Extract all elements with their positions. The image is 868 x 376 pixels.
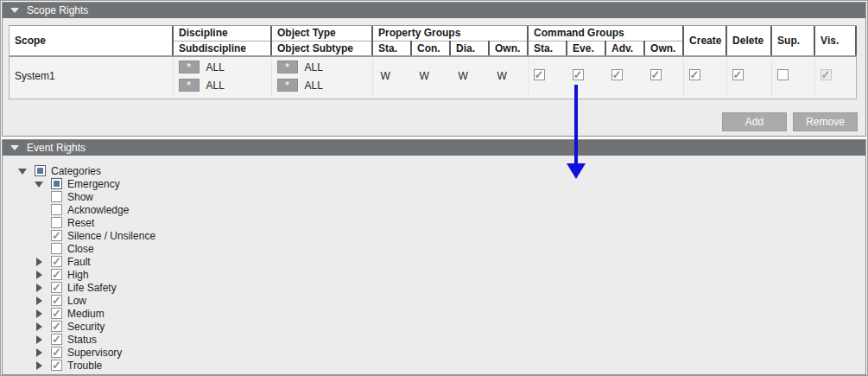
col-header-cg-eve: Eve. — [567, 41, 605, 56]
object-type-value: ALL — [305, 61, 323, 73]
cg-adv-cell — [605, 56, 644, 96]
col-header-delete: Delete — [726, 26, 771, 56]
tree-item-supervisory[interactable]: Supervisory — [3, 346, 865, 359]
checkbox-unchecked[interactable] — [51, 243, 62, 254]
wildcard-button[interactable]: * — [277, 79, 298, 92]
checkbox-unchecked[interactable] — [51, 217, 62, 228]
tree-item-status[interactable]: Status — [3, 333, 865, 346]
tree-item-low[interactable]: Low — [3, 294, 865, 307]
checkbox-checked[interactable] — [51, 321, 62, 332]
expander-collapsed-icon[interactable] — [35, 258, 45, 266]
col-header-pg-con: Con. — [411, 41, 450, 56]
tree-item-life-safety[interactable]: Life Safety — [3, 281, 865, 294]
expander-collapsed-icon[interactable] — [35, 335, 45, 344]
tree-item-fault[interactable]: Fault — [3, 255, 865, 268]
pg-own-cell: W — [489, 56, 528, 96]
expander-expanded-icon[interactable] — [35, 180, 45, 188]
create-checkbox[interactable] — [689, 69, 700, 80]
checkbox-checked[interactable] — [51, 360, 62, 371]
expander-collapsed-icon[interactable] — [35, 284, 45, 292]
cg-sta-checkbox[interactable] — [534, 69, 545, 80]
pg-sta-cell: W — [372, 56, 411, 96]
discipline-selector[interactable]: * ALL — [179, 61, 271, 74]
event-rights-title: Event Rights — [27, 142, 86, 154]
scope-rights-panel: Scope Rights Scope Discipline Object Typ… — [2, 2, 866, 137]
col-header-object-subtype: Object Subtype — [271, 41, 372, 56]
tree-item-medium[interactable]: Medium — [3, 307, 865, 320]
col-header-command-groups: Command Groups — [528, 26, 683, 41]
checkbox-unchecked[interactable] — [51, 204, 62, 215]
col-header-cg-own: Own. — [644, 41, 683, 56]
checkbox-checked[interactable] — [51, 282, 62, 293]
cg-adv-checkbox[interactable] — [611, 69, 623, 80]
cg-sta-cell — [528, 56, 567, 96]
tree-item-show[interactable]: Show — [3, 190, 865, 203]
col-header-scope: Scope — [10, 26, 173, 56]
wildcard-button[interactable]: * — [179, 79, 200, 92]
cg-own-checkbox[interactable] — [650, 69, 662, 80]
expander-collapsed-icon[interactable] — [35, 322, 45, 331]
object-subtype-selector[interactable]: * ALL — [277, 79, 372, 92]
checkbox-indeterminate[interactable] — [35, 165, 46, 176]
col-header-vis: Vis. — [814, 26, 856, 56]
expander-collapsed-icon[interactable] — [35, 296, 45, 305]
event-rights-header[interactable]: Event Rights — [3, 140, 865, 156]
col-header-pg-own: Own. — [489, 41, 528, 56]
event-rights-tree: Categories Emergency Show Acknowledge Re… — [3, 164, 865, 372]
checkbox-checked[interactable] — [51, 230, 62, 241]
tree-item-reset[interactable]: Reset — [3, 216, 865, 229]
wildcard-button[interactable]: * — [179, 61, 200, 73]
delete-checkbox[interactable] — [732, 69, 744, 80]
object-type-cell: * ALL * ALL — [271, 56, 372, 96]
checkbox-checked[interactable] — [51, 256, 62, 267]
scope-rights-header[interactable]: Scope Rights — [3, 3, 865, 18]
cg-own-cell — [644, 56, 683, 96]
checkbox-unchecked[interactable] — [51, 191, 62, 202]
wildcard-button[interactable]: * — [277, 61, 298, 73]
table-row[interactable]: System1 * ALL * ALL — [10, 56, 856, 96]
event-rights-panel: Event Rights Categories Emergency Show A… — [2, 139, 866, 375]
scope-rights-title: Scope Rights — [27, 4, 88, 16]
expander-collapsed-icon[interactable] — [35, 271, 45, 279]
col-header-subdiscipline: Subdiscipline — [173, 41, 271, 56]
checkbox-checked[interactable] — [51, 269, 62, 280]
collapse-arrow-icon[interactable] — [10, 145, 19, 150]
tree-item-high[interactable]: High — [3, 268, 865, 281]
checkbox-indeterminate[interactable] — [51, 178, 62, 189]
tree-item-acknowledge[interactable]: Acknowledge — [3, 203, 865, 216]
sup-cell — [771, 56, 814, 96]
checkbox-checked[interactable] — [51, 308, 62, 319]
subdiscipline-selector[interactable]: * ALL — [179, 79, 271, 92]
scope-rights-table: Scope Discipline Object Type Property Gr… — [9, 25, 857, 99]
vis-cell — [814, 56, 856, 96]
vis-checkbox — [820, 69, 832, 80]
add-button[interactable]: Add — [722, 112, 787, 131]
col-header-pg-sta: Sta. — [372, 41, 411, 56]
collapse-arrow-icon[interactable] — [10, 8, 19, 13]
tree-item-emergency[interactable]: Emergency — [3, 177, 865, 190]
expander-collapsed-icon[interactable] — [35, 309, 45, 318]
expander-expanded-icon[interactable] — [18, 167, 29, 175]
remove-button[interactable]: Remove — [793, 112, 858, 131]
col-header-property-groups: Property Groups — [372, 26, 528, 41]
tree-item-security[interactable]: Security — [3, 320, 865, 333]
scope-cell[interactable]: System1 — [10, 56, 173, 96]
tree-item-close[interactable]: Close — [3, 242, 865, 255]
tree-item-categories[interactable]: Categories — [3, 164, 865, 177]
discipline-cell: * ALL * ALL — [173, 56, 271, 96]
discipline-value: ALL — [206, 61, 225, 73]
checkbox-checked[interactable] — [51, 295, 62, 306]
checkbox-checked[interactable] — [51, 334, 62, 345]
create-cell — [683, 56, 726, 96]
cg-eve-checkbox[interactable] — [573, 69, 584, 80]
checkbox-checked[interactable] — [51, 347, 62, 358]
tree-item-silence-unsilence[interactable]: Silence / Unsilence — [3, 229, 865, 242]
expander-collapsed-icon[interactable] — [35, 361, 45, 370]
object-type-selector[interactable]: * ALL — [277, 61, 372, 74]
sup-checkbox[interactable] — [777, 69, 789, 80]
col-header-discipline: Discipline — [173, 26, 271, 41]
object-subtype-value: ALL — [305, 80, 323, 92]
col-header-object-type: Object Type — [271, 26, 372, 41]
expander-collapsed-icon[interactable] — [35, 348, 45, 357]
tree-item-trouble[interactable]: Trouble — [3, 359, 865, 372]
